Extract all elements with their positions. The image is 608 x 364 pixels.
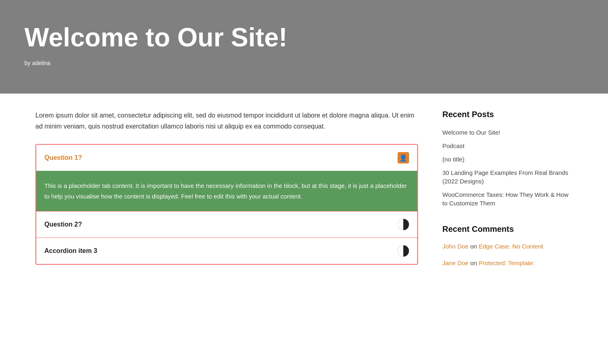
byline: by adelina <box>24 60 584 66</box>
site-header: Welcome to Our Site! by adelina <box>0 0 608 94</box>
accordion-title-1: Question 1? <box>44 154 82 161</box>
recent-posts-section: Recent Posts Welcome to Our Site! Podcas… <box>442 110 573 210</box>
accordion-header-2[interactable]: Question 2? <box>36 211 417 238</box>
sidebar: Recent Posts Welcome to Our Site! Podcas… <box>442 110 573 284</box>
accordion-item-1: Question 1? 👤 This is a placeholder tab … <box>36 145 417 211</box>
person-icon: 👤 <box>399 154 407 162</box>
sidebar-post-5[interactable]: WooCommerce Taxes: How They Work & How t… <box>442 188 573 210</box>
accordion-icon-person-1: 👤 <box>398 152 409 163</box>
accordion-title-3: Accordion item 3 <box>44 247 97 255</box>
sidebar-post-2[interactable]: Podcast <box>442 139 573 153</box>
accordion-header-3[interactable]: Accordion item 3 <box>36 238 417 264</box>
sidebar-post-1[interactable]: Welcome to Our Site! <box>442 126 573 139</box>
comment-1: John Doe on Edge Case: No Content <box>442 240 573 253</box>
content-area: Lorem ipsum dolor sit amet, consectetur … <box>35 110 418 284</box>
accordion-title-2: Question 2? <box>44 221 82 228</box>
intro-paragraph: Lorem ipsum dolor sit amet, consectetur … <box>35 110 418 132</box>
main-wrapper: Lorem ipsum dolor sit amet, consectetur … <box>11 94 597 300</box>
recent-posts-heading: Recent Posts <box>442 110 573 119</box>
commenter-2[interactable]: Jane Doe <box>442 259 468 266</box>
recent-comments-section: Recent Comments John Doe on Edge Case: N… <box>442 225 573 269</box>
accordion-icon-circle-2 <box>398 219 409 230</box>
comment-2: Jane Doe on Protected: Template: <box>442 257 573 270</box>
page-title: Welcome to Our Site! <box>24 23 584 52</box>
sidebar-post-4[interactable]: 30 Landing Page Examples From Real Brand… <box>442 166 573 188</box>
accordion-body-1: This is a placeholder tab content. It is… <box>36 171 417 211</box>
recent-comments-heading: Recent Comments <box>442 225 573 234</box>
comment-on-1: on <box>470 243 477 250</box>
comment-on-2: on <box>470 259 479 266</box>
accordion-header-1[interactable]: Question 1? 👤 <box>36 145 417 171</box>
accordion-item-2: Question 2? <box>36 211 417 238</box>
comment-link-2[interactable]: Protected: Template: <box>479 259 534 266</box>
comment-link-1[interactable]: Edge Case: No Content <box>479 243 543 250</box>
commenter-1[interactable]: John Doe <box>442 243 468 250</box>
accordion-icon-circle-3 <box>398 245 409 257</box>
accordion-item-3: Accordion item 3 <box>36 238 417 264</box>
accordion: Question 1? 👤 This is a placeholder tab … <box>35 144 418 265</box>
sidebar-post-3[interactable]: (no title) <box>442 153 573 166</box>
